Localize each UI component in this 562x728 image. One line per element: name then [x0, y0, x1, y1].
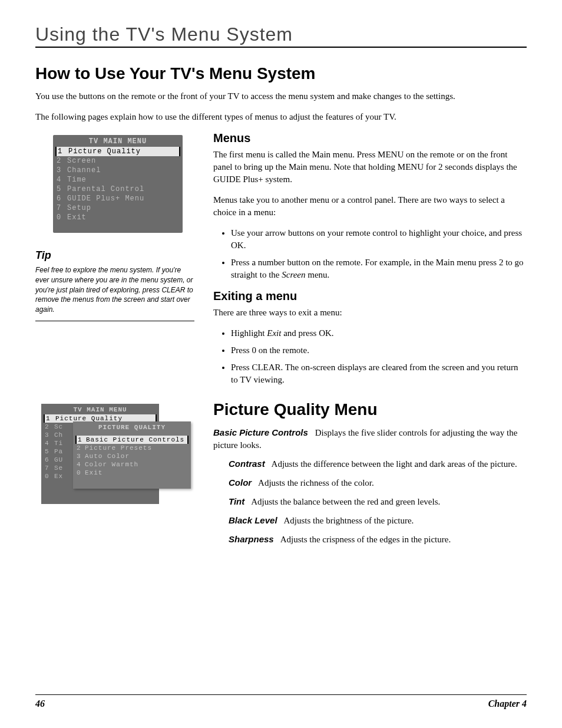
intro-paragraph-2: The following pages explain how to use t…: [35, 111, 495, 123]
menu-num: 1: [46, 415, 55, 422]
menu-num: 0: [57, 213, 67, 222]
def-basic-picture-controls: Basic Picture Controls Displays the five…: [213, 426, 527, 452]
chapter-label: Chapter 4: [488, 699, 527, 709]
menus-bullet-list: Use your arrow buttons on your remote co…: [213, 227, 527, 281]
menu-label: GUIDE Plus+ Menu: [67, 195, 144, 203]
menu-num: 0: [77, 469, 85, 476]
menu-label: Sc: [54, 423, 67, 430]
submenu-item-picture-presets: 2 Picture Presets: [73, 444, 191, 452]
menu-num: 5: [45, 448, 54, 455]
screen-italic: Screen: [282, 270, 305, 279]
menu-item-setup: 7 Setup: [53, 203, 183, 213]
tv-menu-title: TV MAIN MENU: [53, 135, 183, 147]
menu-num: 2: [77, 444, 85, 452]
def-desc: Adjusts the balance between the red and …: [251, 497, 440, 506]
menu-item-exit: 0 Exit: [53, 213, 183, 222]
menus-bullet-2: Press a number button on the remote. For…: [231, 256, 527, 281]
def-color: Color Adjusts the richness of the color.: [229, 476, 527, 489]
def-contrast: Contrast Adjusts the difference between …: [229, 457, 527, 470]
menus-bullet-1: Use your arrow buttons on your remote co…: [231, 227, 527, 252]
def-term: Sharpness: [229, 534, 274, 544]
tv-main-menu-screenshot: TV MAIN MENU 1 Picture Quality 2 Screen …: [53, 135, 183, 233]
submenu-title: PICTURE QUALITY: [73, 421, 191, 432]
submenu-item-auto-color: 3 Auto Color: [73, 452, 191, 460]
submenu-item-exit: 0 Exit: [73, 469, 191, 477]
menu-item-parental-control: 5 Parental Control: [53, 185, 183, 194]
menu-label: Color Warmth: [85, 461, 138, 468]
menu-item-screen: 2 Screen: [53, 156, 183, 166]
exit-italic: Exit: [267, 328, 281, 338]
tip-heading: Tip: [35, 249, 194, 262]
menu-num: 3: [45, 431, 54, 439]
menu-num: 7: [57, 204, 67, 212]
def-desc: Adjusts the difference between the light…: [272, 459, 517, 469]
menu-label: Picture Quality: [68, 147, 141, 156]
menu-label: Basic Picture Controls: [86, 436, 184, 443]
def-term: Tint: [229, 496, 244, 506]
menu-label: Se: [54, 465, 67, 472]
bullet-text: and press OK.: [281, 328, 333, 338]
menu-label: Channel: [67, 166, 101, 174]
menu-num: 3: [77, 453, 85, 460]
chapter-header: Using the TV's Menu System: [35, 24, 527, 48]
menus-paragraph-1: The first menu is called the Main menu. …: [213, 149, 527, 186]
exiting-bullet-3: Press CLEAR. The on-screen displays are …: [231, 361, 527, 386]
menu-num: 2: [45, 423, 54, 430]
exiting-paragraph: There are three ways to exit a menu:: [213, 307, 527, 319]
bullet-text: Highlight: [231, 328, 267, 338]
def-term: Contrast: [229, 459, 265, 469]
menu-num: 4: [77, 461, 85, 468]
page-footer: 46 Chapter 4: [35, 694, 527, 709]
def-term: Black Level: [229, 515, 277, 525]
menu-label: Setup: [67, 204, 91, 212]
menu-label: Picture Presets: [85, 444, 152, 452]
menu-num: 6: [57, 195, 67, 203]
menu-num: 1: [78, 436, 86, 443]
def-sharpness: Sharpness Adjusts the crispness of the e…: [229, 533, 527, 546]
section-title-picture-quality: Picture Quality Menu: [213, 400, 527, 419]
menus-heading: Menus: [213, 131, 527, 145]
exiting-bullet-2: Press 0 on the remote.: [231, 344, 527, 357]
menu-item-picture-quality: 1 Picture Quality: [55, 147, 180, 156]
menus-paragraph-2: Menus take you to another menu or a cont…: [213, 194, 527, 219]
submenu-item-basic-picture: 1 Basic Picture Controls: [75, 436, 189, 444]
menu-label: Ex: [54, 473, 67, 480]
menu-item-time: 4 Time: [53, 175, 183, 185]
menu-label: GU: [54, 456, 67, 463]
menu-label: Time: [67, 176, 87, 184]
menu-label: Pa: [54, 448, 67, 455]
exiting-bullet-list: Highlight Exit and press OK. Press 0 on …: [213, 327, 527, 386]
section-title-how-to: How to Use Your TV's Menu System: [35, 64, 527, 83]
bullet-text: menu.: [306, 270, 330, 279]
tip-body: Feel free to explore the menu system. If…: [35, 265, 194, 321]
def-black-level: Black Level Adjusts the brightness of th…: [229, 514, 527, 527]
submenu-item-color-warmth: 4 Color Warmth: [73, 460, 191, 469]
menu-label: Ch: [54, 431, 67, 439]
menu-label: Exit: [85, 469, 103, 476]
def-term: Color: [229, 477, 252, 487]
menu-num: 4: [57, 176, 67, 184]
exiting-heading: Exiting a menu: [213, 289, 527, 303]
picture-quality-submenu: PICTURE QUALITY 1 Basic Picture Controls…: [73, 421, 191, 489]
exiting-bullet-1: Highlight Exit and press OK.: [231, 327, 527, 340]
tv-submenu-screenshot: TV MAIN MENU 1 Picture Quality 2 Sc 3 Ch: [41, 404, 194, 504]
def-term: Basic Picture Controls: [213, 427, 308, 437]
def-desc: Adjusts the brightness of the picture.: [284, 516, 414, 525]
def-tint: Tint Adjusts the balance between the red…: [229, 495, 527, 508]
menu-label: Screen: [67, 157, 96, 165]
menu-num: 3: [57, 166, 67, 174]
def-desc: Adjusts the crispness of the edges in th…: [280, 535, 451, 544]
menu-num: 0: [45, 473, 54, 480]
menu-label: Ti: [54, 440, 67, 447]
menu-num: 2: [57, 157, 67, 165]
menu-label: Auto Color: [85, 453, 130, 460]
menu-num: 5: [57, 185, 67, 193]
menu-label: Exit: [67, 213, 87, 222]
menu-item-channel: 3 Channel: [53, 166, 183, 175]
menu-num: 7: [45, 465, 54, 472]
intro-paragraph-1: You use the buttons on the remote or the…: [35, 90, 495, 103]
menu-item-guide-plus: 6 GUIDE Plus+ Menu: [53, 194, 183, 203]
menu-num: 1: [58, 147, 68, 156]
menu-label: Parental Control: [67, 185, 144, 193]
bullet-text: Press a number button on the remote. For…: [231, 258, 524, 279]
